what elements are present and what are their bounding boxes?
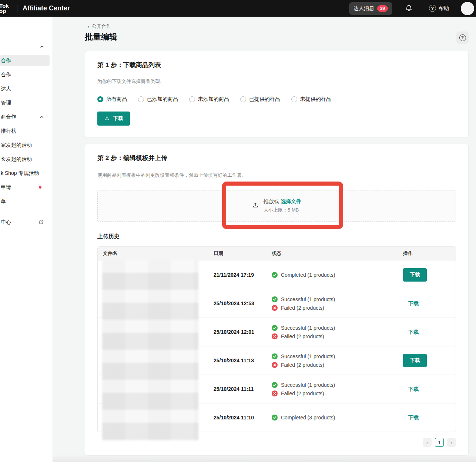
pagination-page-1[interactable]: 1 — [435, 438, 444, 447]
success-check-icon — [272, 272, 278, 278]
sidebar-item-4[interactable]: 管理 — [0, 97, 50, 109]
table-row-5: 25/10/2024 11:10Completed (3 products)下载 — [98, 403, 456, 432]
radio-option-4[interactable]: 未提供的样品 — [291, 96, 331, 103]
app-title: Affiliate Center — [23, 4, 70, 12]
radio-option-2[interactable]: 未添加的商品 — [189, 96, 229, 103]
step2-card: 第 2 步：编辑模板并上传 使用商品列表模板中的列更改设置和条件，然后上传填写好… — [85, 144, 469, 456]
status-text: Successful (1 products) — [281, 325, 335, 331]
tiktok-shop-logo: Tok op — [0, 3, 15, 14]
success-check-icon — [272, 296, 278, 302]
radio-option-3[interactable]: 已提供的样品 — [240, 96, 280, 103]
pagination-next-button[interactable]: › — [447, 438, 456, 447]
sidebar-item-6[interactable]: 排行榜 — [0, 125, 50, 137]
step2-title: 第 2 步：编辑模板并上传 — [97, 154, 456, 162]
top-header: Tok op Affiliate Center 达人消息 39 ? 帮助 — [0, 0, 476, 17]
sidebar-item-label: 排行榜 — [1, 128, 16, 134]
status-cell: Successful (1 products)Failed (2 product… — [272, 353, 398, 368]
sidebar-item-7[interactable]: 家发起的活动 — [0, 139, 50, 151]
radio-option-label: 已添加的商品 — [147, 96, 178, 103]
success-check-icon — [272, 353, 278, 359]
sidebar-item-5[interactable]: 商合作 — [0, 111, 50, 123]
creator-messages-button[interactable]: 达人消息 39 — [349, 2, 392, 15]
status-cell: Completed (3 products) — [272, 415, 398, 421]
sidebar: 合作合作达人管理商合作排行榜家发起的活动长发起的活动k Shop 专属活动申请单… — [0, 17, 53, 462]
radio-unselected-icon[interactable] — [138, 96, 144, 102]
radio-unselected-icon[interactable] — [291, 96, 297, 102]
choose-file-link[interactable]: 选择文件 — [281, 198, 301, 204]
status-text: Successful (1 products) — [281, 296, 335, 302]
header-actions: 达人消息 39 ? 帮助 — [349, 2, 476, 15]
success-check-icon — [272, 325, 278, 331]
pagination: ‹ 1 › — [97, 438, 456, 447]
status-text: Failed (2 products) — [281, 390, 324, 396]
chevron-right-icon: › — [451, 440, 453, 445]
radio-selected-icon[interactable] — [97, 96, 103, 102]
column-header-status: 状态 — [272, 250, 398, 257]
radio-option-label: 所有商品 — [106, 96, 127, 103]
upload-dropzone[interactable]: 拖放或 选择文件 大小上限：5 MB — [97, 190, 456, 222]
radio-option-label: 已提供的样品 — [249, 96, 280, 103]
breadcrumb-label: 公开合作 — [92, 23, 111, 30]
status-text: Successful (1 products) — [281, 382, 335, 388]
step1-title: 第 1 步：下载商品列表 — [97, 61, 456, 69]
sidebar-item-1[interactable]: 合作 — [0, 55, 50, 66]
error-cross-icon — [272, 362, 278, 368]
sidebar-item-label: 商合作 — [1, 114, 16, 120]
status-text: Completed (3 products) — [281, 415, 335, 421]
pagination-prev-button[interactable]: ‹ — [423, 438, 432, 447]
row-download-button[interactable]: 下载 — [408, 386, 419, 393]
radio-unselected-icon[interactable] — [189, 96, 195, 102]
notifications-button[interactable] — [405, 4, 413, 13]
radio-option-label: 未添加的商品 — [198, 96, 229, 103]
row-download-button[interactable]: 下载 — [403, 354, 427, 367]
sidebar-item-0[interactable] — [0, 41, 50, 52]
table-row-3: 25/10/2024 11:13Successful (1 products)F… — [98, 346, 456, 375]
page-title: 批量编辑 — [85, 31, 117, 43]
column-header-date: 日期 — [214, 250, 272, 257]
row-download-button[interactable]: 下载 — [408, 300, 419, 307]
error-cross-icon — [272, 390, 278, 396]
chevron-up-icon — [40, 44, 44, 49]
avatar[interactable] — [461, 2, 474, 15]
row-download-button[interactable]: 下载 — [403, 268, 427, 282]
row-download-button[interactable]: 下载 — [408, 329, 419, 336]
sidebar-item-8[interactable]: 长发起的活动 — [0, 153, 50, 165]
sidebar-item-3[interactable]: 达人 — [0, 83, 50, 94]
action-cell: 下载 — [398, 386, 456, 393]
sidebar-item-2[interactable]: 合作 — [0, 69, 50, 80]
status-line-success: Completed (3 products) — [272, 415, 398, 421]
table-row-0: 21/11/2024 17:19Completed (1 products)下载 — [98, 260, 456, 289]
radio-option-0[interactable]: 所有商品 — [97, 96, 127, 103]
table-body: 21/11/2024 17:19Completed (1 products)下载… — [98, 260, 456, 432]
radio-option-1[interactable]: 已添加的商品 — [138, 96, 178, 103]
help-button[interactable]: ? 帮助 — [429, 5, 449, 12]
sidebar-item-12[interactable]: 中心 — [0, 216, 50, 228]
action-cell: 下载 — [398, 268, 456, 282]
notification-dot — [39, 186, 41, 189]
upload-history-table: 文件名 日期 状态 操作 21/11/2024 17:19Completed (… — [97, 246, 456, 432]
help-label: 帮助 — [439, 5, 449, 12]
status-line-error: Failed (2 products) — [272, 390, 398, 396]
sidebar-item-9[interactable]: k Shop 专属活动 — [0, 167, 50, 179]
download-template-button[interactable]: 下载 — [97, 112, 130, 126]
action-cell: 下载 — [398, 300, 456, 307]
status-line-success: Completed (1 products) — [272, 272, 398, 278]
external-link-icon — [39, 220, 44, 225]
download-icon — [104, 115, 110, 122]
sidebar-item-label: 管理 — [1, 100, 11, 106]
download-button-label: 下载 — [113, 115, 123, 122]
table-row-2: 25/10/2024 12:01Successful (1 products)F… — [98, 318, 456, 346]
action-cell: 下载 — [398, 329, 456, 336]
page-help-button[interactable]: ? — [456, 31, 469, 44]
status-text: Successful (1 products) — [281, 353, 335, 359]
upload-text: 拖放或 选择文件 大小上限：5 MB — [264, 198, 301, 213]
sidebar-item-label: 达人 — [1, 86, 11, 92]
sidebar-item-11[interactable]: 单 — [0, 196, 50, 207]
sidebar-item-10[interactable]: 申请 — [0, 182, 50, 193]
status-cell: Successful (1 products)Failed (2 product… — [272, 296, 398, 311]
radio-unselected-icon[interactable] — [240, 96, 246, 102]
logo-divider — [17, 4, 17, 13]
sidebar-item-label: 申请 — [1, 184, 11, 191]
row-download-button[interactable]: 下载 — [408, 415, 419, 421]
breadcrumb[interactable]: ‹ 公开合作 — [87, 23, 111, 30]
